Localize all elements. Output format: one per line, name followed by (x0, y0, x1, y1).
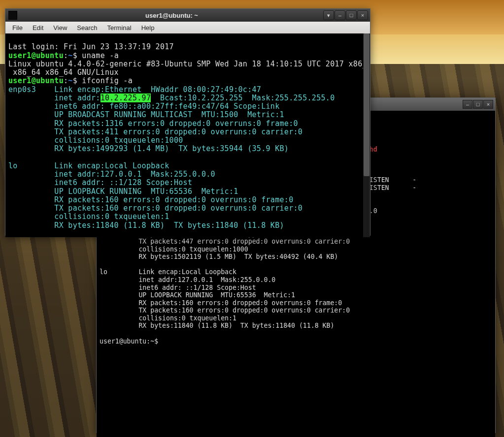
terminal-window[interactable]: user1@ubuntu: ~ ▾ – □ × File Edit View S… (5, 8, 370, 236)
menu-terminal[interactable]: Terminal (102, 23, 136, 33)
menu-help[interactable]: Help (136, 23, 160, 33)
front-window-title: user1@ubuntu: ~ (20, 12, 323, 19)
prompt-path: ~ (68, 51, 72, 60)
terminal-icon (8, 11, 17, 20)
ifconfig-line: inet6 addr: fe80::a00:27ff:fe49:c47/64 S… (8, 102, 280, 111)
ifconfig-line: TX packets:160 errors:0 dropped:0 overru… (8, 204, 302, 213)
back-close-button[interactable]: × (483, 100, 493, 109)
back-line: collisions:0 txqueuelen:1000 (100, 246, 248, 253)
ifconfig-line: inet addr: (8, 94, 101, 102)
back-line: RX bytes:11840 (11.8 KB) TX bytes:11840 … (100, 322, 334, 329)
menu-search[interactable]: Search (72, 23, 102, 33)
stick-button[interactable]: ▾ (323, 10, 334, 20)
back-line: UP LOOPBACK RUNNING MTU:65536 Metric:1 (100, 291, 295, 299)
prompt-path: ~ (68, 76, 72, 85)
cmd-uname: uname -a (82, 51, 119, 60)
ifconfig-line: enp0s3 Link encap:Ethernet HWaddr 08:00:… (8, 85, 261, 94)
scrollbar-thumb[interactable] (364, 33, 370, 176)
terminal-scrollbar[interactable] (363, 33, 370, 237)
ifconfig-line: RX bytes:1499293 (1.4 MB) TX bytes:35944… (8, 144, 289, 153)
close-button[interactable]: × (357, 10, 368, 20)
maximize-button[interactable]: □ (346, 10, 357, 20)
cmd-ifconfig: ifconfig -a (82, 76, 133, 85)
back-maximize-button[interactable]: □ (473, 100, 483, 109)
terminal-menubar[interactable]: File Edit View Search Terminal Help (5, 22, 370, 33)
back-line: RX bytes:1502119 (1.5 MB) TX bytes:40492… (100, 253, 338, 260)
back-line: inet addr:127.0.0.1 Mask:255.0.0.0 (100, 276, 275, 283)
front-titlebar[interactable]: user1@ubuntu: ~ ▾ – □ × (5, 9, 370, 22)
back-line: lo Link encap:Local Loopback (100, 268, 236, 276)
back-line: TX packets:447 errors:0 dropped:0 overru… (100, 238, 350, 245)
ifconfig-line: UP LOOPBACK RUNNING MTU:65536 Metric:1 (8, 187, 238, 196)
last-login-line: Last login: Fri Jun 23 13:37:19 2017 (8, 42, 174, 51)
ifconfig-line: RX bytes:11840 (11.8 KB) TX bytes:11840 … (8, 221, 284, 230)
ifconfig-line: collisions:0 txqueuelen:1 (8, 212, 169, 221)
ifconfig-line: inet addr:127.0.0.1 Mask:255.0.0.0 (8, 170, 215, 179)
ifconfig-line: inet6 addr: ::1/128 Scope:Host (8, 178, 192, 187)
back-line: RX packets:160 errors:0 dropped:0 overru… (100, 299, 342, 307)
menu-file[interactable]: File (7, 23, 28, 33)
ifconfig-line: collisions:0 txqueuelen:1000 (8, 136, 183, 145)
uname-output: Linux ubuntu 4.4.0-62-generic #83-Ubuntu… (8, 60, 370, 77)
ifconfig-line: UP BROADCAST RUNNING MULTICAST MTU:1500 … (8, 110, 284, 119)
back-line: TX packets:160 errors:0 dropped:0 overru… (100, 307, 350, 314)
back-line: inet6 addr: ::1/128 Scope:Host (100, 284, 256, 291)
prompt-userhost: user1@ubuntu (8, 51, 64, 60)
back-prompt: user1@ubuntu:~$ (100, 338, 162, 345)
ifconfig-line: RX packets:160 errors:0 dropped:0 overru… (8, 195, 294, 204)
back-minimize-button[interactable]: – (463, 100, 472, 109)
highlighted-ip: 10.2.225.97 (101, 94, 151, 102)
ifconfig-line: RX packets:1316 errors:0 dropped:0 overr… (8, 119, 298, 128)
menu-edit[interactable]: Edit (28, 23, 48, 33)
prompt-userhost: user1@ubuntu (8, 76, 64, 85)
menu-view[interactable]: View (48, 23, 72, 33)
ifconfig-line: TX packets:411 errors:0 dropped:0 overru… (8, 127, 302, 136)
ifconfig-line: lo Link encap:Local Loopback (8, 161, 169, 170)
minimize-button[interactable]: – (335, 10, 345, 20)
front-terminal[interactable]: Last login: Fri Jun 23 13:37:19 2017 use… (5, 33, 370, 237)
back-line: collisions:0 txqueuelen:1 (100, 314, 236, 322)
